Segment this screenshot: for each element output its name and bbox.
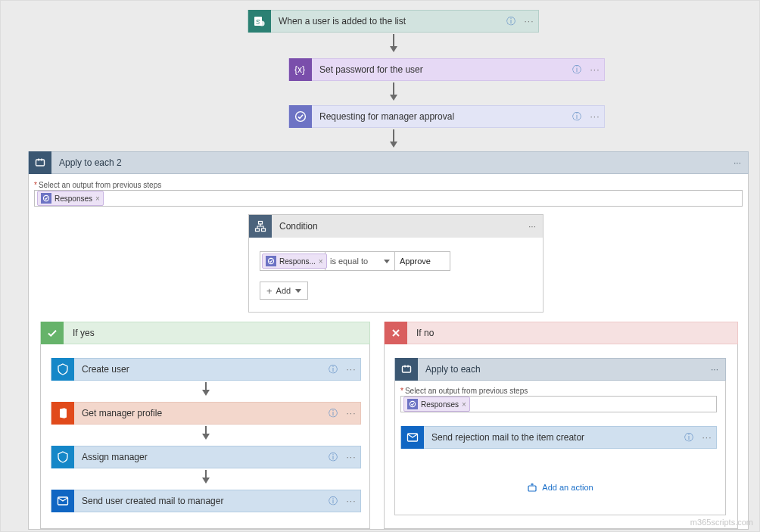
svg-point-4 [296, 112, 306, 122]
step-title: Set password for the user [312, 64, 568, 75]
branch-label: If yes [64, 328, 95, 338]
step-title: Requesting for manager approval [312, 111, 568, 122]
send-mail-manager-card[interactable]: Send user created mail to manager ⓘ ··· [51, 490, 361, 512]
step-menu[interactable]: ··· [342, 364, 360, 375]
step-title: Send rejection mail to the item creator [424, 432, 680, 443]
flow-arrow [393, 129, 394, 146]
step-title: When a user is added to the list [271, 16, 502, 26]
token-label: Responses [421, 400, 459, 409]
add-action-link[interactable]: Add an action [394, 482, 726, 493]
approval-icon [289, 105, 312, 128]
add-action-icon [527, 482, 537, 493]
step-title: Create user [74, 364, 324, 375]
svg-point-2 [259, 20, 264, 26]
help-icon[interactable]: ⓘ [680, 431, 698, 444]
apply-to-each-inner-header[interactable]: Apply to each ··· [394, 358, 726, 381]
set-password-card[interactable]: {x} Set password for the user ⓘ ··· [288, 58, 605, 81]
token-responses[interactable]: Responses × [37, 191, 104, 206]
flow-canvas: S When a user is added to the list ⓘ ···… [0, 0, 760, 532]
select-output-field[interactable]: Responses × [400, 396, 717, 412]
token-remove[interactable]: × [95, 194, 100, 203]
flow-arrow [205, 382, 207, 394]
loop-icon [29, 151, 51, 174]
assign-manager-card[interactable]: Assign manager ⓘ ··· [51, 446, 361, 468]
get-manager-card[interactable]: Get manager profile ⓘ ··· [51, 402, 361, 425]
branch-label: If no [407, 328, 434, 338]
help-icon[interactable]: ⓘ [324, 363, 342, 376]
select-output-label: *Select an output from previous steps [400, 387, 528, 395]
help-icon[interactable]: ⓘ [502, 15, 520, 28]
approval-card[interactable]: Requesting for manager approval ⓘ ··· [288, 105, 605, 128]
azure-ad-icon [51, 358, 74, 381]
help-icon[interactable]: ⓘ [568, 110, 586, 123]
outlook-icon [401, 426, 424, 449]
step-menu[interactable]: ··· [342, 452, 360, 462]
chevron-down-icon [384, 260, 390, 263]
condition-add-button[interactable]: + Add [260, 282, 308, 300]
condition-value-cell[interactable]: Approve [395, 252, 450, 270]
create-user-card[interactable]: Create user ⓘ ··· [51, 358, 361, 381]
step-title: Send user created mail to manager [74, 496, 324, 506]
step-menu[interactable]: ··· [586, 64, 604, 75]
apply-menu[interactable]: ··· [727, 157, 748, 168]
sharepoint-icon: S [248, 10, 271, 33]
token-responses[interactable]: Responses × [403, 397, 470, 412]
svg-rect-9 [262, 229, 266, 232]
help-icon[interactable]: ⓘ [568, 64, 586, 76]
operand-token-label: Respons... [279, 257, 316, 266]
condition-operand-cell[interactable]: Respons... × [260, 252, 325, 270]
token-remove[interactable]: × [319, 257, 323, 266]
loop-icon [395, 358, 418, 381]
office-icon [51, 402, 74, 425]
check-icon [41, 322, 64, 344]
select-output-label: *Select an output from previous steps [34, 181, 161, 189]
condition-title: Condition [272, 221, 522, 232]
watermark: m365scripts.com [690, 518, 753, 527]
svg-rect-5 [36, 160, 45, 166]
token-remove[interactable]: × [462, 400, 466, 409]
svg-rect-15 [528, 486, 536, 491]
svg-text:{x}: {x} [294, 64, 305, 75]
if-no-header: If no [384, 322, 738, 344]
step-title: Assign manager [74, 452, 324, 462]
flow-arrow [205, 470, 207, 482]
select-output-field[interactable]: Responses × [34, 190, 743, 207]
condition-menu[interactable]: ··· [522, 221, 543, 232]
if-yes-header: If yes [40, 322, 370, 344]
apply-to-each-header[interactable]: Apply to each 2 ··· [28, 151, 749, 174]
outlook-icon [51, 490, 74, 512]
step-title: Get manager profile [74, 408, 324, 418]
send-rejection-mail-card[interactable]: Send rejection mail to the item creator … [400, 426, 717, 449]
apply-title: Apply to each 2 [51, 157, 727, 168]
step-menu[interactable]: ··· [586, 111, 604, 122]
step-menu[interactable]: ··· [698, 432, 716, 443]
step-menu[interactable]: ··· [520, 16, 538, 26]
step-menu[interactable]: ··· [342, 496, 360, 506]
flow-arrow [393, 82, 394, 99]
plus-icon: + [266, 285, 273, 297]
help-icon[interactable]: ⓘ [324, 451, 342, 464]
svg-rect-8 [256, 229, 260, 232]
variable-icon: {x} [289, 58, 312, 81]
svg-rect-7 [259, 222, 263, 225]
trigger-card[interactable]: S When a user is added to the list ⓘ ··· [248, 10, 539, 33]
apply-title: Apply to each [418, 364, 704, 375]
help-icon[interactable]: ⓘ [324, 495, 342, 508]
close-icon [385, 322, 407, 344]
chevron-down-icon [295, 289, 301, 293]
flow-arrow [393, 34, 394, 51]
azure-ad-icon [51, 446, 74, 468]
step-menu[interactable]: ··· [342, 408, 360, 418]
flow-arrow [205, 426, 207, 438]
condition-icon [249, 215, 272, 238]
condition-card[interactable]: Condition ··· Respons... × is equal to A… [248, 214, 544, 313]
condition-expression: Respons... × is equal to Approve [260, 251, 450, 271]
svg-rect-12 [403, 366, 411, 372]
apply-menu[interactable]: ··· [704, 364, 725, 375]
help-icon[interactable]: ⓘ [324, 407, 342, 420]
token-label: Responses [55, 194, 92, 203]
condition-operator-select[interactable]: is equal to [325, 252, 395, 270]
